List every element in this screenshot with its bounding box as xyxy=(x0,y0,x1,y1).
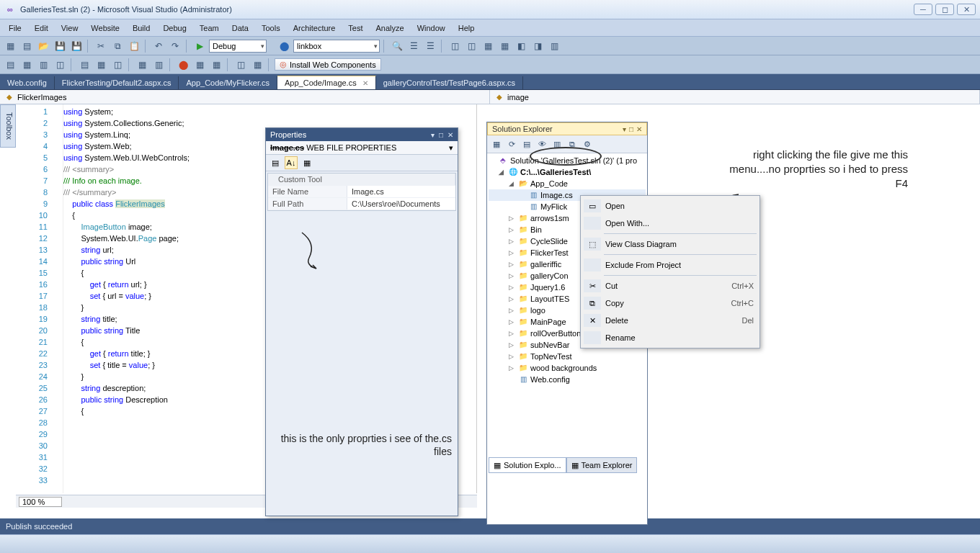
tree-node[interactable]: ▥Web.config xyxy=(489,374,646,385)
tab-solution-explorer[interactable]: ▦Solution Explo... xyxy=(489,457,566,473)
menu-build[interactable]: Build xyxy=(127,22,156,34)
copy-website-icon[interactable]: ⧉ xyxy=(566,138,579,150)
tree-node[interactable]: ◢🌐C:\...\GalleriesTest\ xyxy=(489,166,646,178)
menu-help[interactable]: Help xyxy=(453,22,481,34)
tb2-icon[interactable]: ⬤ xyxy=(176,58,190,72)
window5-icon[interactable]: ◧ xyxy=(514,39,528,53)
doc-tab[interactable]: FlickerTesting/Default2.aspx.cs xyxy=(55,76,179,89)
dropdown-icon[interactable]: ▾ xyxy=(623,125,626,133)
tree-node[interactable]: ▷📁TopNevTest xyxy=(489,351,646,362)
ctx-open-with[interactable]: Open With... xyxy=(582,215,758,232)
ctx-view-class-diagram[interactable]: ⬚View Class Diagram xyxy=(582,235,758,253)
open-icon[interactable]: 📂 xyxy=(36,39,50,53)
browser-icon[interactable]: ⬤ xyxy=(277,39,291,53)
minimize-button[interactable]: ─ xyxy=(914,4,932,15)
ctx-open[interactable]: ▭Open xyxy=(582,197,758,215)
menu-data[interactable]: Data xyxy=(226,22,254,34)
add-item-icon[interactable]: ▤ xyxy=(19,39,34,53)
toolbox-tab[interactable]: Toolbox xyxy=(0,104,16,148)
paste-icon[interactable]: 📋 xyxy=(127,39,141,53)
undo-icon[interactable]: ↶ xyxy=(151,39,166,53)
zoom-combo[interactable]: 100 % xyxy=(19,497,62,507)
tb2-icon[interactable]: ▦ xyxy=(19,58,34,72)
tb2-icon[interactable]: ◫ xyxy=(110,58,125,72)
start-debug-icon[interactable]: ▶ xyxy=(192,39,207,53)
properties-icon[interactable]: ▦ xyxy=(490,138,503,150)
ctx-exclude[interactable]: Exclude From Project xyxy=(582,256,758,274)
tb2-icon[interactable]: ▦ xyxy=(135,58,149,72)
close-icon[interactable]: ✕ xyxy=(636,125,642,133)
tb2-icon[interactable]: ▤ xyxy=(3,58,17,72)
tb2-icon[interactable]: ▥ xyxy=(36,58,50,72)
comment-icon[interactable]: ☰ xyxy=(406,39,421,53)
menu-analyze[interactable]: Analyze xyxy=(370,22,410,34)
menu-website[interactable]: Website xyxy=(85,22,125,34)
find-icon[interactable]: 🔍 xyxy=(390,39,404,53)
ctx-delete[interactable]: ✕DeleteDel xyxy=(582,312,758,329)
doc-tab[interactable]: Web.config xyxy=(0,76,55,89)
menu-architecture[interactable]: Architecture xyxy=(288,22,342,34)
maximize-button[interactable]: ◻ xyxy=(935,4,954,15)
tree-node[interactable]: ▷📁wood backgrounds xyxy=(489,362,646,374)
maximize-icon[interactable]: □ xyxy=(439,131,443,139)
uncomment-icon[interactable]: ☰ xyxy=(423,39,437,53)
window6-icon[interactable]: ◨ xyxy=(530,39,545,53)
window-icon[interactable]: ◫ xyxy=(447,39,462,53)
fold-column[interactable] xyxy=(53,104,63,493)
ctx-cut[interactable]: ✂CutCtrl+X xyxy=(582,277,758,295)
viewcode-icon[interactable]: ▥ xyxy=(551,138,564,150)
window4-icon[interactable]: ▦ xyxy=(497,39,512,53)
menu-team[interactable]: Team xyxy=(194,22,225,34)
copy-icon[interactable]: ⧉ xyxy=(110,39,125,53)
redo-icon[interactable]: ↷ xyxy=(168,39,182,53)
maximize-icon[interactable]: □ xyxy=(629,125,633,133)
type-dropdown[interactable]: ◆ FlickerImages xyxy=(0,90,490,104)
tb2-icon[interactable]: ▥ xyxy=(151,58,166,72)
member-dropdown[interactable]: ◆ image xyxy=(490,90,980,104)
tb2-icon[interactable]: ▤ xyxy=(77,58,92,72)
tree-node[interactable]: ◢📂App_Code xyxy=(489,178,646,189)
menu-tools[interactable]: Tools xyxy=(256,22,286,34)
save-icon[interactable]: 💾 xyxy=(53,39,67,53)
tb2-icon[interactable]: ▦ xyxy=(192,58,207,72)
menu-test[interactable]: Test xyxy=(342,22,368,34)
close-button[interactable]: ✕ xyxy=(957,4,976,15)
window7-icon[interactable]: ▥ xyxy=(547,39,561,53)
refresh-icon[interactable]: ⟳ xyxy=(505,138,518,150)
tab-team-explorer[interactable]: ▦Team Explorer xyxy=(566,457,638,473)
property-grid[interactable]: Custom Tool File NameImage.csFull PathC:… xyxy=(267,173,456,211)
tb2-icon[interactable]: ▦ xyxy=(94,58,108,72)
doc-tab[interactable]: App_Code/Image.cs✕ xyxy=(277,76,376,89)
close-icon[interactable]: ✕ xyxy=(447,131,453,139)
tree-node[interactable]: ⬘Solution 'GalleriesTest.sln (2)' (1 pro xyxy=(489,155,646,166)
tb2-icon[interactable]: ◫ xyxy=(53,58,67,72)
menu-window[interactable]: Window xyxy=(411,22,451,34)
doc-tab[interactable]: galleryControlTest/TestPage6.aspx.cs xyxy=(376,76,523,89)
menu-file[interactable]: File xyxy=(3,22,27,34)
solution-config-dropdown[interactable]: Debug xyxy=(209,40,267,53)
new-project-icon[interactable]: ▦ xyxy=(3,39,17,53)
dropdown-icon[interactable]: ▾ xyxy=(431,131,435,139)
doc-tab[interactable]: App_Code/MyFlicker.cs xyxy=(179,76,277,89)
menu-edit[interactable]: Edit xyxy=(29,22,54,34)
tb2-icon[interactable]: ◫ xyxy=(233,58,248,72)
solution-explorer-title[interactable]: Solution Explorer ▾ □ ✕ xyxy=(487,122,647,135)
tb2-icon[interactable]: ▦ xyxy=(209,58,223,72)
windows-taskbar[interactable] xyxy=(0,534,980,553)
asp-config-icon[interactable]: ⚙ xyxy=(581,138,594,150)
tb2-icon[interactable]: ▦ xyxy=(250,58,264,72)
property-row[interactable]: Full PathC:\Users\roei\Documents xyxy=(268,198,455,210)
menu-debug[interactable]: Debug xyxy=(157,22,192,34)
window3-icon[interactable]: ▦ xyxy=(481,39,495,53)
properties-title[interactable]: Properties ▾ □ ✕ xyxy=(266,128,458,141)
property-row[interactable]: File NameImage.cs xyxy=(268,186,455,198)
properties-object-combo[interactable]: Image.cs WEB FILE PROPERTIES xyxy=(266,141,458,155)
nest-icon[interactable]: ▤ xyxy=(520,138,533,150)
close-tab-icon[interactable]: ✕ xyxy=(362,79,368,87)
install-web-components-button[interactable]: ◎ Install Web Components xyxy=(275,58,381,71)
prop-category[interactable]: Custom Tool xyxy=(268,174,455,185)
ctx-copy[interactable]: ⧉CopyCtrl+C xyxy=(582,295,758,312)
save-all-icon[interactable]: 💾 xyxy=(69,39,84,53)
ctx-rename[interactable]: Rename xyxy=(582,329,758,346)
alphabetical-icon[interactable]: A↓ xyxy=(285,156,298,169)
